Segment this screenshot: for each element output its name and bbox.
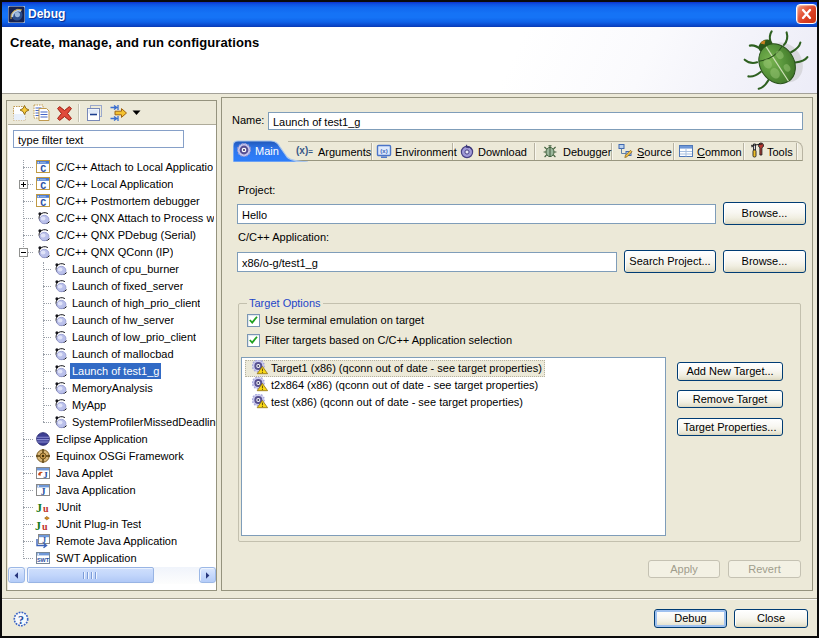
svg-text:u: u	[43, 503, 49, 514]
svg-text:(x): (x)	[380, 148, 387, 154]
svg-text:J: J	[43, 470, 48, 480]
svg-text:SWT: SWT	[37, 557, 50, 563]
svg-text:J: J	[35, 519, 41, 533]
svg-text:u: u	[42, 521, 48, 532]
svg-text:C: C	[40, 164, 46, 175]
svg-text:J: J	[36, 501, 42, 515]
svg-text:?: ?	[18, 613, 24, 627]
svg-text:C: C	[40, 198, 46, 209]
svg-text:C: C	[40, 181, 46, 192]
svg-text:J: J	[41, 487, 46, 497]
